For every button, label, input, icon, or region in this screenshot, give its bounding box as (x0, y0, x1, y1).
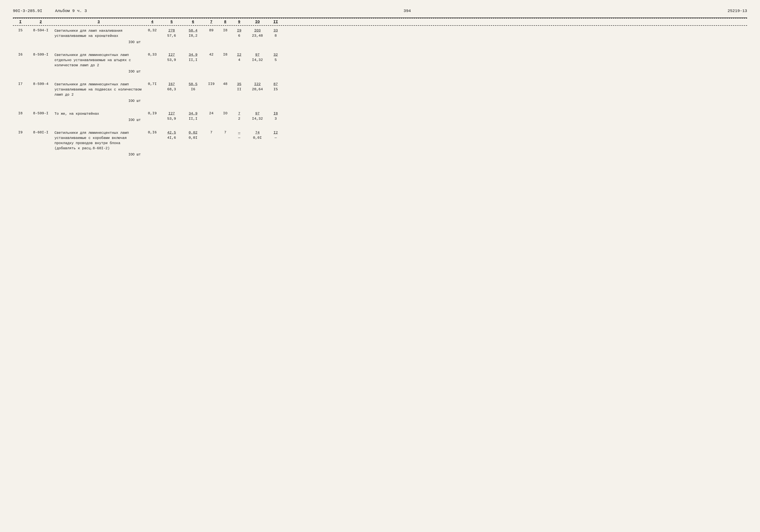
row-description: Светильники для люминесцентных ламп уста… (54, 130, 144, 157)
col4-val: 0,I6 (144, 130, 161, 135)
column-headers: I 2 3 4 5 6 7 8 9 IO II (13, 18, 747, 26)
col8-val: 48 (219, 81, 232, 86)
col-header-10: IO (247, 20, 268, 24)
row-unit: IOO шт (55, 152, 143, 157)
col-header-8: 8 (219, 20, 232, 24)
row-id: I6 (13, 52, 28, 57)
col7-val: 7 (204, 130, 219, 135)
col4-val: 0,7I (144, 81, 161, 86)
row-description: Светильники для ламп накаливания устанав… (54, 28, 144, 45)
col4-val: 0,33 (144, 52, 161, 57)
col7-val: 42 (204, 52, 219, 57)
col11-val: I2 — (268, 130, 283, 141)
col-header-1: I (13, 20, 28, 24)
page-header: 90I-3-285.9I Альбом 9 ч. 3 394 25219-13 (13, 9, 747, 13)
col-header-6: 6 (182, 20, 204, 24)
col6-val: 34,9 II,I (182, 52, 204, 63)
col-header-11: II (268, 20, 283, 24)
col7-val: 24 (204, 111, 219, 116)
col6-val: 50,5 I6 (182, 81, 204, 92)
row-unit: IOO шт (55, 99, 143, 104)
row-description: То же, на кронштейнах IOO шт (54, 111, 144, 123)
col7-val: 89 (204, 28, 219, 33)
col11-val: 87 I5 (268, 81, 283, 92)
row-description: Светильники для люминесцентных ламп отде… (54, 52, 144, 75)
row-code: 8-594-I (28, 28, 54, 33)
col8-val: IO (219, 111, 232, 116)
col9-val: — — (232, 130, 247, 141)
col10-val: 97 I4,32 (247, 52, 268, 63)
col8-val: I8 (219, 28, 232, 33)
row-id: I7 (13, 81, 28, 86)
table-row: I6 8-599-I Светильники для люминесцентны… (13, 50, 747, 79)
col5-val: I67 68,3 (161, 81, 182, 92)
col9-val: I9 6 (232, 28, 247, 39)
row-unit: IOO шт (55, 69, 143, 74)
col8-val: 7 (219, 130, 232, 135)
row-id: I5 (13, 28, 28, 33)
col-header-9: 9 (232, 20, 247, 24)
table-row: I7 8-599-4 Светильники для люминесцентны… (13, 79, 747, 109)
col9-val: I2 4 (232, 52, 247, 63)
col11-val: 33 8 (268, 28, 283, 39)
col5-val: 42,5 4I,6 (161, 130, 182, 141)
album-title: Альбом 9 ч. 3 (55, 9, 87, 13)
row-description: Светильники для люминесцентных ламп уста… (54, 81, 144, 104)
page-number: 394 (404, 9, 411, 13)
col9-val: 35 II (232, 81, 247, 92)
col11-val: 32 5 (268, 52, 283, 63)
table-row: I5 8-594-I Светильники для ламп накалива… (13, 26, 747, 50)
col6-val: 58,4 I8,2 (182, 28, 204, 39)
col11-val: I8 3 (268, 111, 283, 121)
col10-val: 97 I4,32 (247, 111, 268, 121)
row-code: 8-599-I (28, 52, 54, 57)
doc-number: 90I-3-285.9I (13, 9, 42, 13)
table-row: I9 8-60I-I Светильники для люминесцентны… (13, 128, 747, 162)
col5-val: 278 57,6 (161, 28, 182, 39)
row-unit: IOO шт (55, 118, 143, 123)
col-header-4: 4 (144, 20, 161, 24)
col-header-3: 3 (54, 20, 144, 24)
col6-val: 34,9 II,I (182, 111, 204, 121)
col10-val: 74 0,0I (247, 130, 268, 141)
col-header-2: 2 (28, 20, 54, 24)
col5-val: I27 53,9 (161, 52, 182, 63)
data-table: I5 8-594-I Светильники для ламп накалива… (13, 26, 747, 162)
row-code: 8-599-4 (28, 81, 54, 86)
row-unit: IOO шт (55, 40, 143, 45)
col9-val: 7 2 (232, 111, 247, 121)
col5-val: I27 53,9 (161, 111, 182, 121)
col10-val: IO3 23,48 (247, 28, 268, 39)
col8-val: I8 (219, 52, 232, 57)
col-header-7: 7 (204, 20, 219, 24)
col4-val: 0,I9 (144, 111, 161, 116)
col4-val: 0,32 (144, 28, 161, 33)
document-code: 25219-13 (728, 9, 747, 13)
row-id: I9 (13, 130, 28, 135)
col7-val: II9 (204, 81, 219, 86)
row-id: I8 (13, 111, 28, 116)
row-code: 8-60I-I (28, 130, 54, 135)
col10-val: I22 20,64 (247, 81, 268, 92)
col-header-5: 5 (161, 20, 182, 24)
col6-val: 0,02 0,0I (182, 130, 204, 141)
table-row: I8 8-599-I То же, на кронштейнах IOO шт … (13, 109, 747, 128)
row-code: 8-599-I (28, 111, 54, 116)
